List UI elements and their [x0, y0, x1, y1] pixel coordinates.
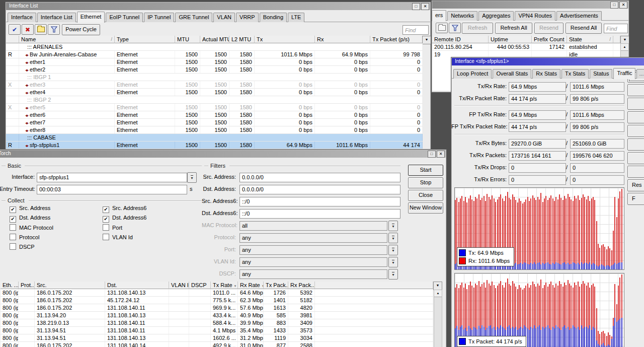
table-row[interactable]: 800 (ip)31.13.94.20131.108.140.13433.4 k…: [1, 312, 433, 319]
column-header-tx-pack[interactable]: Tx Pack...: [264, 282, 288, 289]
power-cycle-button[interactable]: Power Cycle: [62, 24, 100, 35]
filter-field-dscp[interactable]: any: [239, 269, 387, 279]
filter-field-port[interactable]: any: [239, 245, 387, 255]
column-header-tx[interactable]: Tx: [255, 36, 315, 43]
column-header-dst[interactable]: Dst.: [105, 282, 169, 289]
column-header-actual-mtu[interactable]: Actual MTU: [200, 36, 229, 43]
filter-field-vlan-id[interactable]: any: [239, 257, 387, 267]
interface-list-tab-interface[interactable]: Interface: [8, 13, 36, 22]
checkbox-src-address[interactable]: ✔Src. Address: [10, 205, 50, 213]
filter-field-dst-address6[interactable]: ::/0: [239, 209, 400, 219]
filter-field-dst-address[interactable]: 0.0.0.0/0: [239, 185, 400, 194]
interface-detail-tab-loop-protect[interactable]: Loop Protect: [453, 69, 492, 79]
table-row[interactable]: 800 (ip)186.0.175.202131.108.140.14492.9…: [1, 342, 433, 347]
interface-detail-titlebar[interactable]: Interface <sfp-sfpplus1>: [452, 58, 644, 65]
table-row[interactable]: 800 (ip)138.219.0.13131.108.140.11588.4 …: [1, 319, 433, 327]
table-row[interactable]: 200.115.80.25444d 00:55:5317142establish…: [432, 43, 620, 51]
column-header-rx-pack[interactable]: Rx Pack...: [288, 282, 315, 289]
side-button-7[interactable]: [627, 166, 644, 178]
column-header-name[interactable]: Name/: [19, 36, 115, 43]
interface-detail-tab-more[interactable]: ...: [636, 69, 644, 79]
table-row[interactable]: 800 (ip)186.0.175.202131.108.140.131011.…: [1, 289, 433, 297]
filter-field-protocol[interactable]: any: [239, 233, 387, 243]
checkbox-icon[interactable]: ✔: [103, 206, 109, 213]
column-header-eth[interactable]: Eth. ...: [1, 282, 19, 289]
side-button-res[interactable]: Res: [627, 179, 644, 191]
interface-detail-tab-traffic[interactable]: Traffic: [613, 68, 635, 79]
stop-button[interactable]: Stop: [408, 177, 443, 188]
filter-button[interactable]: [449, 23, 461, 33]
filter-dropdown-button[interactable]: ▾: [388, 233, 398, 243]
refresh-button[interactable]: Refresh: [462, 23, 493, 34]
side-button-6[interactable]: [627, 152, 644, 164]
side-button-1[interactable]: [627, 84, 644, 96]
bgp-tab-networks[interactable]: Networks: [447, 11, 477, 21]
bgp-tab-ers[interactable]: ers: [432, 10, 446, 21]
checkbox-dst-address6[interactable]: ✔Dst. Address6: [103, 215, 146, 223]
disable-button[interactable]: ✖: [22, 24, 34, 35]
table-row[interactable]: ::: CABASE: [6, 134, 423, 142]
interface-list-titlebar[interactable]: Interface List: [6, 3, 430, 10]
table-row[interactable]: X◂▸ether5Ethernet1500150015800 bps0 bps0: [6, 104, 423, 111]
interface-list-tab-eoip-tunnel[interactable]: EoIP Tunnel: [106, 13, 143, 22]
column-header-remote-id[interactable]: Remote ID: [432, 36, 489, 43]
checkbox-protocol[interactable]: Protocol: [10, 234, 39, 240]
side-button-4[interactable]: [627, 125, 644, 137]
entry-timeout-field[interactable]: 00:00:03: [37, 185, 187, 194]
interface-list-tab-bonding[interactable]: Bonding: [260, 13, 287, 22]
column-header-rx[interactable]: Rx: [315, 36, 370, 43]
table-row[interactable]: ◂▸ether2Ethernet1500150015800 bps0 bps0: [6, 66, 423, 74]
column-header-prefix-count[interactable]: Prefix Count: [532, 36, 567, 43]
column-header-uptime[interactable]: Uptime: [489, 36, 532, 43]
interface-list-tab-interface-list[interactable]: Interface List: [37, 13, 76, 22]
start-button[interactable]: Start: [408, 165, 443, 176]
find-input[interactable]: [604, 24, 628, 33]
maximize-icon[interactable]: □: [428, 151, 436, 158]
side-button-5[interactable]: [627, 138, 644, 151]
filter-dropdown-button[interactable]: ▾: [388, 257, 398, 267]
table-row[interactable]: ◂▸ether4Ethernet1500150015800 bps0 bps0: [6, 89, 423, 96]
comment-button[interactable]: [35, 24, 47, 35]
interface-detail-tab-rx-stats[interactable]: Rx Stats: [532, 69, 560, 79]
interface-list-tab-lte[interactable]: LTE: [288, 13, 304, 22]
checkbox-vlan-id[interactable]: VLAN Id: [103, 234, 133, 240]
table-row[interactable]: ::: ARENALES: [6, 43, 423, 51]
filter-field-src-address6[interactable]: ::/0: [239, 197, 400, 206]
column-header-type[interactable]: Type: [115, 36, 175, 43]
maximize-icon[interactable]: □: [412, 3, 420, 10]
column-header-tx-rate[interactable]: Tx Rate▼: [211, 282, 238, 289]
new-window-button[interactable]: New Window: [408, 202, 443, 214]
interface-list-tab-ethernet[interactable]: Ethernet: [77, 12, 105, 23]
table-row[interactable]: ::: IBGP 2: [6, 96, 423, 104]
table-row[interactable]: ::: IBGP 1: [6, 74, 423, 81]
column-header-state[interactable]: State/: [567, 36, 613, 43]
table-row[interactable]: 800 (ip)31.13.94.51131.108.140.131602.6 …: [1, 334, 433, 342]
interface-detail-tab-status[interactable]: Status: [590, 69, 612, 79]
table-row[interactable]: 800 (ip)186.0.175.202131.108.140.11969.9…: [1, 304, 433, 312]
table-row[interactable]: ◂▸ether6Ethernet1500150015800 bps0 bps0: [6, 111, 423, 119]
table-row[interactable]: R◂▸Bw Junin-Arenales-CabaseEthernet15001…: [6, 51, 423, 58]
column-header-blank[interactable]: [6, 36, 19, 43]
bgp-tab-advertisements[interactable]: Advertisements: [556, 11, 602, 21]
checkbox-icon[interactable]: [10, 234, 16, 240]
column-header-vlan-id[interactable]: VLAN Id: [169, 282, 189, 289]
table-row[interactable]: ◂▸ether8Ethernet1500150015800 bps0 bps0: [6, 126, 423, 134]
interface-list-tab-vlan[interactable]: VLAN: [213, 13, 235, 22]
checkbox-dst-address[interactable]: ✔Dst. Address: [10, 215, 50, 223]
enable-button[interactable]: ✔: [9, 24, 21, 35]
checkbox-icon[interactable]: ✔: [10, 206, 16, 213]
column-header-mtu[interactable]: MTU: [175, 36, 200, 43]
resend-button[interactable]: Resend: [534, 23, 564, 34]
column-header-prot[interactable]: Prot...: [19, 282, 35, 289]
checkbox-icon[interactable]: ✔: [103, 216, 109, 223]
column-header-tx-packet-p-s[interactable]: Tx Packet (p/s): [370, 36, 423, 43]
column-menu-button[interactable]: ▼: [422, 36, 431, 44]
filter-dropdown-button[interactable]: ▾: [388, 245, 398, 255]
interface-list-tab-ip-tunnel[interactable]: IP Tunnel: [144, 13, 174, 22]
checkbox-icon[interactable]: [10, 224, 16, 231]
bgp-titlebar[interactable]: [432, 1, 628, 9]
column-header-src[interactable]: Src.: [35, 282, 105, 289]
checkbox-src-address6[interactable]: ✔Src. Address6: [103, 205, 146, 213]
column-header-rx-rate[interactable]: Rx Rate▼: [238, 282, 264, 289]
close-button[interactable]: Close: [408, 190, 443, 201]
